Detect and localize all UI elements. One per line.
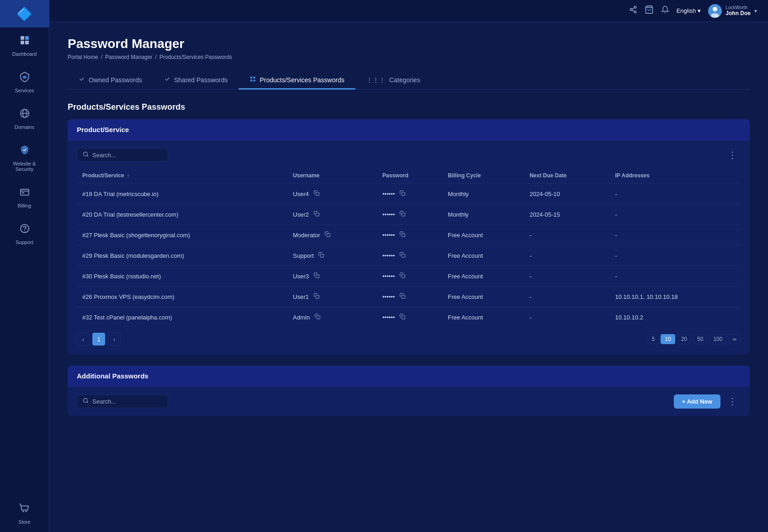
copy-password-5[interactable]	[398, 292, 407, 301]
tab-products-label: Products/Services Passwords	[260, 76, 344, 84]
copy-password-2[interactable]	[398, 230, 407, 239]
cell-username-3: Support	[288, 245, 377, 266]
page-size-5[interactable]: 5	[648, 334, 659, 344]
page-size-all[interactable]: ∞	[728, 334, 741, 344]
cell-ip-0: -	[609, 184, 741, 204]
language-selector[interactable]: English ▾	[677, 7, 701, 14]
sidebar-label-billing: Billing	[18, 203, 31, 208]
svg-rect-30	[315, 213, 319, 216]
tab-categories-icon: ⋮⋮⋮	[366, 76, 385, 84]
copy-username-2[interactable]	[323, 230, 332, 239]
more-options-button[interactable]: ⋮	[724, 148, 741, 162]
pagination: ‹ 1 › 5 10 20 50 100 ∞	[77, 327, 741, 347]
col-password: Password	[377, 168, 443, 184]
copy-username-5[interactable]	[312, 292, 321, 301]
copy-username-0[interactable]	[312, 189, 321, 198]
additional-search-icon	[83, 398, 89, 405]
password-value-4: ••••••	[383, 273, 395, 280]
svg-point-15	[630, 9, 632, 11]
sidebar-label-domains: Domains	[15, 124, 34, 130]
sidebar: 🔷 Dashboard Services Domains Website & S…	[0, 0, 49, 532]
sidebar-item-dashboard[interactable]: Dashboard	[0, 27, 49, 64]
password-value-1: ••••••	[383, 211, 395, 218]
cart-icon[interactable]	[645, 5, 654, 16]
prev-page-button[interactable]: ‹	[77, 333, 90, 346]
bell-icon[interactable]	[661, 5, 669, 16]
copy-username-1[interactable]	[312, 210, 321, 219]
copy-username-6[interactable]	[313, 313, 322, 322]
share-icon[interactable]	[629, 5, 637, 16]
page-size-100[interactable]: 100	[709, 334, 726, 344]
cell-product-1: #20 DA Trial (testresellercenter.com)	[77, 204, 288, 225]
search-input[interactable]	[92, 152, 162, 159]
page-size-10[interactable]: 10	[661, 334, 675, 344]
services-icon	[19, 71, 30, 85]
dashboard-icon	[19, 35, 30, 48]
additional-more-button[interactable]: ⋮	[724, 394, 741, 409]
additional-search-box[interactable]	[77, 394, 168, 408]
copy-password-3[interactable]	[398, 251, 407, 260]
svg-rect-26	[253, 80, 255, 81]
cell-billing-5: Free Account	[443, 287, 524, 307]
tab-categories[interactable]: ⋮⋮⋮ Categories	[355, 71, 431, 90]
next-page-button[interactable]: ›	[108, 333, 121, 346]
username-value-6: Admin	[293, 314, 310, 321]
page-1-button[interactable]: 1	[92, 333, 105, 346]
page-size-50[interactable]: 50	[693, 334, 707, 344]
tabs-bar: Owned Passwords Shared Passwords Product…	[68, 71, 750, 90]
app-logo[interactable]: 🔷	[0, 0, 49, 27]
breadcrumb-portal[interactable]: Portal Home	[68, 54, 98, 60]
cell-username-4: User3	[288, 266, 377, 287]
sort-icon: ↑	[127, 173, 130, 178]
cell-product-4: #30 Plesk Basic (rsstudio.net)	[77, 266, 288, 287]
page-size-20[interactable]: 20	[677, 334, 691, 344]
tab-owned[interactable]: Owned Passwords	[68, 71, 153, 90]
cell-username-1: User2	[288, 204, 377, 225]
cell-due-3: -	[524, 245, 609, 266]
user-menu[interactable]: LockWorth John Doe ▾	[708, 4, 757, 18]
breadcrumb-pm[interactable]: Password Manager	[105, 54, 152, 60]
sidebar-item-services[interactable]: Services	[0, 64, 49, 101]
table-row: #20 DA Trial (testresellercenter.com) Us…	[77, 204, 741, 225]
sidebar-item-store[interactable]: Store	[0, 495, 49, 532]
add-new-button[interactable]: + Add New	[674, 394, 720, 409]
copy-password-0[interactable]	[398, 189, 407, 198]
additional-search-row: + Add New ⋮	[77, 394, 741, 409]
username-value-1: User2	[293, 211, 309, 218]
page-title: Password Manager	[68, 37, 750, 51]
copy-password-1[interactable]	[398, 210, 407, 219]
tab-categories-label: Categories	[389, 76, 420, 84]
cell-password-4: ••••••	[377, 266, 443, 287]
cell-password-2: ••••••	[377, 225, 443, 245]
cell-product-5: #26 Proxmox VPS (easydcim.com)	[77, 287, 288, 307]
search-icon	[83, 151, 89, 159]
chevron-down-icon: ▾	[698, 7, 701, 14]
svg-point-11	[24, 230, 25, 231]
sidebar-item-domains[interactable]: Domains	[0, 101, 49, 137]
cell-password-0: ••••••	[377, 184, 443, 204]
tab-owned-icon	[79, 76, 85, 84]
card-header: Product/Service	[68, 119, 750, 140]
copy-username-3[interactable]	[316, 251, 326, 260]
sidebar-item-support[interactable]: Support	[0, 216, 49, 252]
tab-shared[interactable]: Shared Passwords	[153, 71, 239, 90]
col-billing: Billing Cycle	[443, 168, 524, 184]
col-due-date: Next Due Date	[524, 168, 609, 184]
sidebar-item-billing[interactable]: Billing	[0, 179, 49, 216]
cell-due-4: -	[524, 266, 609, 287]
username-value-3: Support	[293, 252, 314, 259]
copy-username-4[interactable]	[312, 271, 321, 281]
password-value-3: ••••••	[383, 252, 395, 259]
tab-products[interactable]: Products/Services Passwords	[239, 71, 355, 90]
svg-rect-34	[320, 254, 324, 257]
additional-search-input[interactable]	[92, 398, 162, 405]
copy-password-4[interactable]	[398, 271, 407, 281]
svg-point-13	[25, 511, 27, 512]
sidebar-item-website-security[interactable]: Website & Security	[0, 137, 49, 179]
svg-rect-40	[317, 316, 320, 319]
password-value-5: ••••••	[383, 293, 395, 300]
svg-rect-0	[21, 36, 24, 40]
copy-password-6[interactable]	[398, 313, 407, 322]
search-box[interactable]	[77, 148, 168, 162]
col-product[interactable]: Product/Service ↑	[77, 168, 288, 184]
